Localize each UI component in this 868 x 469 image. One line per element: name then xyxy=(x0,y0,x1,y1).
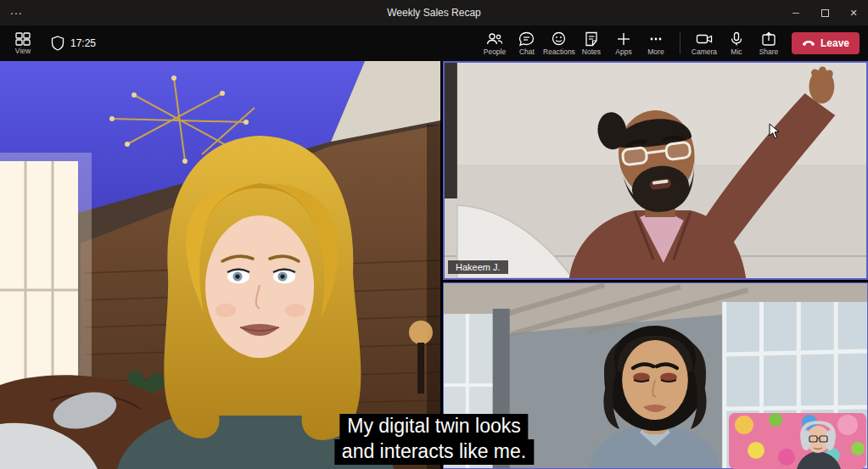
self-view-video xyxy=(729,413,866,469)
grid-view-icon xyxy=(15,32,31,46)
caption-line-2: and interacts like me. xyxy=(334,439,534,465)
minimize-icon[interactable]: ─ xyxy=(781,0,810,25)
view-button[interactable]: View xyxy=(7,32,39,55)
notes-icon xyxy=(584,31,599,47)
mic-label: Mic xyxy=(731,47,742,56)
apps-button[interactable]: Apps xyxy=(608,31,640,56)
hangup-phone-icon xyxy=(802,40,815,47)
toolbar-left-group: View 17:25 xyxy=(0,32,96,55)
notes-label: Notes xyxy=(582,47,601,56)
blonde-avatar-video xyxy=(0,61,440,469)
participant-name-badge: Hakeem J. xyxy=(448,260,508,274)
share-icon xyxy=(761,31,776,47)
people-button[interactable]: People xyxy=(479,31,511,56)
window-controls: ─ ✕ xyxy=(781,0,868,25)
camera-button[interactable]: Camera xyxy=(688,31,720,56)
caption-line-1: My digital twin looks xyxy=(339,414,529,439)
leave-label: Leave xyxy=(820,37,849,49)
window-title: Weekly Sales Recap xyxy=(387,7,481,19)
leave-button[interactable]: Leave xyxy=(792,32,860,54)
timer-text: 17:25 xyxy=(70,37,96,49)
meeting-timer: 17:25 xyxy=(51,36,96,51)
video-stage: Hakeem J. xyxy=(0,61,868,469)
reactions-label: Reactions xyxy=(543,47,575,56)
titlebar: ... Weekly Sales Recap ─ ✕ xyxy=(0,0,868,25)
maximize-icon[interactable] xyxy=(810,0,839,25)
plus-icon xyxy=(616,31,631,47)
chat-label: Chat xyxy=(519,47,535,56)
people-icon xyxy=(486,31,503,47)
share-button[interactable]: Share xyxy=(753,31,785,56)
people-label: People xyxy=(484,47,506,56)
video-tile-hakeem[interactable]: Hakeem J. xyxy=(443,61,868,280)
reactions-button[interactable]: Reactions xyxy=(543,31,575,56)
shield-icon xyxy=(51,36,64,51)
reactions-icon xyxy=(551,31,567,47)
titlebar-more-menu[interactable]: ... xyxy=(10,3,23,17)
meeting-toolbar: View 17:25 People Chat xyxy=(0,25,868,61)
close-icon[interactable]: ✕ xyxy=(839,0,868,25)
self-view-pip[interactable] xyxy=(729,413,866,469)
more-label: More xyxy=(647,47,664,56)
more-button[interactable]: More xyxy=(640,31,672,56)
camera-label: Camera xyxy=(692,47,717,56)
view-label: View xyxy=(15,47,31,55)
video-tile-blonde-avatar[interactable] xyxy=(0,61,440,469)
toolbar-right-group: People Chat Reactions xyxy=(479,31,868,56)
chat-button[interactable]: Chat xyxy=(511,31,543,56)
camera-icon xyxy=(696,31,713,47)
mouse-cursor xyxy=(769,123,781,143)
hakeem-avatar-video xyxy=(445,63,866,278)
mic-button[interactable]: Mic xyxy=(720,31,753,56)
more-dots-icon xyxy=(648,31,664,47)
toolbar-divider xyxy=(680,32,680,54)
notes-button[interactable]: Notes xyxy=(575,31,608,56)
chat-icon xyxy=(518,31,535,47)
share-label: Share xyxy=(759,47,779,56)
apps-label: Apps xyxy=(615,47,631,56)
mic-icon xyxy=(730,31,743,47)
live-captions: My digital twin looks and interacts like… xyxy=(334,414,534,465)
